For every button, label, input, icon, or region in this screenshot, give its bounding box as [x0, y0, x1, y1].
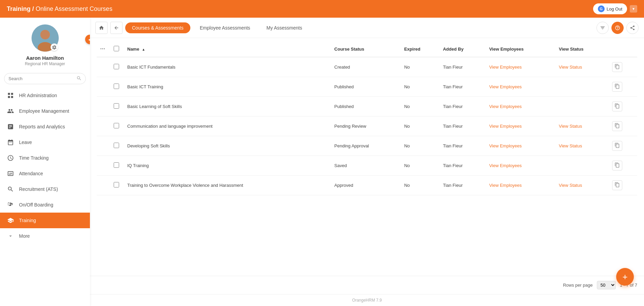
sidebar-more[interactable]: More [0, 228, 90, 244]
row-checkbox[interactable] [114, 103, 119, 109]
copy-button[interactable] [612, 141, 622, 151]
copy-button[interactable] [612, 180, 622, 190]
breadcrumb-module: Training [7, 5, 31, 12]
tab-courses-assessments[interactable]: Courses & Assessments [125, 22, 190, 33]
row-checkbox[interactable] [114, 143, 119, 148]
filter-icon [600, 25, 605, 31]
filter-button[interactable] [596, 22, 609, 34]
view-status-link[interactable]: View Status [559, 65, 582, 70]
row-checkbox[interactable] [114, 84, 119, 89]
table-container: ··· Name ▲ Course Status Expired Added B… [90, 38, 644, 276]
view-employees-link[interactable]: View Employees [489, 65, 522, 70]
copy-icon [614, 64, 620, 69]
svg-point-3 [40, 30, 50, 39]
header-dropdown-button[interactable]: ▾ [630, 5, 637, 13]
three-dots-icon[interactable]: ··· [100, 46, 105, 52]
copy-button[interactable] [612, 161, 622, 170]
row-view-employees-cell: View Employees [486, 176, 555, 195]
help-button[interactable] [611, 22, 624, 34]
logout-button[interactable]: G Log Out [593, 3, 627, 14]
view-employees-link[interactable]: View Employees [489, 183, 522, 188]
row-checkbox-cell [110, 57, 124, 77]
breadcrumb: Training / Online Assessment Courses [7, 5, 112, 13]
sort-icon[interactable]: ▲ [142, 48, 145, 51]
sidebar-item-onboarding[interactable]: On/Off Boarding [0, 197, 90, 213]
row-more-cell [97, 77, 110, 97]
row-checkbox[interactable] [114, 123, 119, 128]
row-name-cell: Training to Overcome Workplace Violence … [124, 176, 331, 195]
row-status-cell: Created [331, 57, 401, 77]
view-employees-link[interactable]: View Employees [489, 143, 522, 148]
row-expired-cell: No [401, 116, 439, 136]
content-area: Courses & Assessments Employee Assessmen… [90, 18, 644, 306]
add-button[interactable]: + [616, 268, 634, 286]
copy-button[interactable] [612, 121, 622, 131]
chart-icon [7, 123, 14, 130]
sidebar-item-label: Recruitment (ATS) [19, 186, 58, 192]
table-col-expired: Expired [401, 41, 439, 57]
sub-header: Courses & Assessments Employee Assessmen… [90, 18, 644, 38]
table-header: ··· Name ▲ Course Status Expired Added B… [97, 41, 637, 57]
row-checkbox[interactable] [114, 162, 119, 168]
row-checkbox-cell [110, 136, 124, 156]
row-more-cell [97, 116, 110, 136]
row-status-cell: Approved [331, 176, 401, 195]
tab-my-assessments[interactable]: My Assessments [260, 22, 309, 33]
view-status-link[interactable]: View Status [559, 183, 582, 188]
row-view-employees-cell: View Employees [486, 136, 555, 156]
view-status-link[interactable]: View Status [559, 124, 582, 129]
row-name-cell: Basic Learning of Soft Skills [124, 97, 331, 116]
row-added-by-cell: Tian Fieur [439, 116, 486, 136]
row-checkbox[interactable] [114, 64, 119, 69]
sidebar-item-employee-mgmt[interactable]: Employee Management [0, 103, 90, 119]
version-label: OrangeHRM 7.9 [352, 298, 382, 303]
copy-button[interactable] [612, 82, 622, 92]
copy-button[interactable] [612, 102, 622, 111]
view-employees-link[interactable]: View Employees [489, 124, 522, 129]
view-employees-link[interactable]: View Employees [489, 163, 522, 168]
sidebar-item-time-tracking[interactable]: Time Tracking [0, 150, 90, 166]
avatar-gear-button[interactable] [51, 43, 58, 51]
home-button[interactable] [95, 22, 108, 34]
calendar-icon [7, 139, 14, 146]
row-checkbox-cell [110, 176, 124, 195]
graduation-icon [7, 217, 14, 224]
select-all-checkbox[interactable] [114, 46, 119, 51]
sidebar-collapse-button[interactable]: ◀ [85, 35, 90, 44]
share-button[interactable] [626, 22, 639, 34]
row-view-employees-cell: View Employees [486, 57, 555, 77]
table-col-added-by: Added By [439, 41, 486, 57]
sidebar-item-training[interactable]: Training [0, 213, 90, 228]
sidebar-item-attendance[interactable]: Attendance [0, 166, 90, 181]
view-employees-link[interactable]: View Employees [489, 104, 522, 109]
view-employees-link[interactable]: View Employees [489, 84, 522, 89]
copy-icon [614, 143, 620, 148]
sidebar-item-reports[interactable]: Reports and Analytics [0, 119, 90, 134]
sidebar-item-hr-admin[interactable]: HR Administration [0, 88, 90, 103]
row-more-cell [97, 97, 110, 116]
footer: OrangeHRM 7.9 [90, 294, 644, 306]
table-row: Developing Soft Skills Pending Approval … [97, 136, 637, 156]
sidebar-item-label: Employee Management [19, 108, 69, 114]
tab-employee-assessments[interactable]: Employee Assessments [193, 22, 257, 33]
header-actions: G Log Out ▾ [593, 3, 637, 14]
sidebar-item-leave[interactable]: Leave [0, 134, 90, 150]
search-icon[interactable] [76, 75, 82, 82]
copy-button[interactable] [612, 62, 622, 72]
search-input[interactable] [4, 73, 86, 84]
gear-icon [52, 45, 57, 50]
row-view-status-cell: View Status [555, 57, 609, 77]
row-checkbox-cell [110, 77, 124, 97]
table-body: Basic ICT Fundamentals Created No Tian F… [97, 57, 637, 195]
view-status-link[interactable]: View Status [559, 143, 582, 148]
row-added-by-cell: Tian Fieur [439, 176, 486, 195]
row-more-cell [97, 156, 110, 176]
row-view-employees-cell: View Employees [486, 97, 555, 116]
rows-per-page-select[interactable]: 50 25 100 [597, 281, 616, 289]
row-checkbox[interactable] [114, 182, 119, 187]
back-button[interactable] [110, 22, 122, 34]
sidebar-item-recruitment[interactable]: Recruitment (ATS) [0, 181, 90, 197]
logout-label: Log Out [607, 6, 622, 12]
table-col-view-employees: View Employees [486, 41, 555, 57]
row-status-cell: Published [331, 77, 401, 97]
